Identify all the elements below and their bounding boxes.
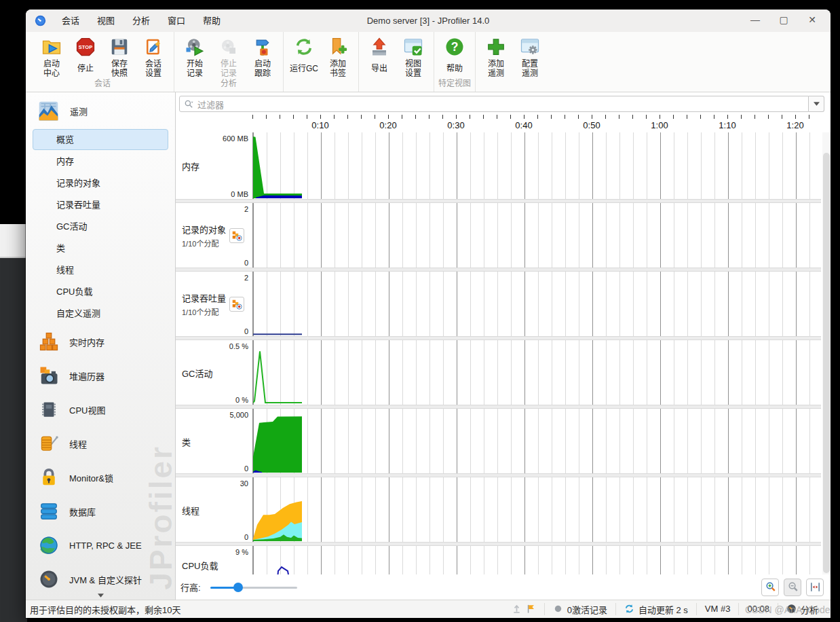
time-tick-label: 1:00 [651, 120, 668, 130]
sidebar-item-heap-walker[interactable]: 堆遍历器 [26, 359, 175, 392]
sidebar-item-databases[interactable]: 数据库 [26, 494, 175, 528]
telemetry-row-4[interactable]: GC活动0.5 %0 % [176, 340, 821, 405]
start-tracking-icon [252, 37, 273, 57]
add-bookmark-button[interactable]: 添加 书签 [322, 35, 354, 79]
auto-update-status[interactable]: 自动更新 2 s [615, 603, 696, 615]
series-gc-activity [253, 351, 302, 403]
sidebar-item-label: 实时内存 [69, 335, 104, 348]
sidebar-section-telemetries[interactable]: 遥测 [26, 92, 175, 128]
telemetry-row-6[interactable]: 线程300 [176, 477, 821, 542]
sidebar-item-live-memory[interactable]: 实时内存 [26, 325, 175, 359]
license-status-text: 用于评估目的的未授权副本，剩余10天 [30, 603, 180, 616]
jprofiler-logo-icon [35, 15, 46, 26]
start-recording-button[interactable]: 开始 记录 [178, 35, 211, 79]
sidebar-scroll-more-icon[interactable] [26, 593, 175, 598]
profiling-status[interactable]: 分析 [778, 603, 826, 615]
allocation-rate-button[interactable] [229, 297, 244, 312]
maximize-button[interactable]: ▢ [769, 10, 798, 32]
status-bar: 用于评估目的的未授权副本，剩余10天 0激活记录自动更新 2 sVM #300:… [26, 600, 831, 618]
telemetry-plot[interactable] [252, 272, 821, 336]
telemetry-row-label: 内存600 MB0 MB [176, 132, 252, 199]
menu-item-1[interactable]: 会话 [53, 10, 88, 32]
run-gc-button[interactable]: 运行GC [288, 35, 320, 79]
vertical-scrollbar[interactable] [822, 132, 831, 574]
vm-indicator[interactable]: VM #3 [696, 603, 739, 615]
help-button[interactable]: ?帮助 [438, 35, 471, 79]
sidebar-subitem-1[interactable]: 概览 [33, 129, 168, 150]
sidebar-item-threads[interactable]: 线程 [26, 426, 175, 460]
profiling-status-label: 分析 [801, 603, 818, 616]
telemetry-row-3[interactable]: 记录吞吐量1/10个分配20 [176, 272, 821, 336]
run-gc-icon [294, 37, 314, 57]
menu-item-2[interactable]: 视图 [88, 10, 123, 32]
filter-dropdown-button[interactable] [809, 96, 824, 112]
view-settings-button[interactable]: 视图 设置 [397, 35, 429, 79]
telemetry-row-2[interactable]: 记录的对象1/10个分配20 [176, 203, 821, 268]
sidebar-subitem-9[interactable]: 自定义遥测 [33, 303, 168, 324]
telemetry-row-1[interactable]: 内存600 MB0 MB [176, 132, 821, 199]
bookmark-buttons[interactable] [503, 603, 544, 615]
slider-thumb[interactable] [233, 583, 243, 592]
minimize-button[interactable]: — [741, 10, 769, 32]
scrollbar-thumb[interactable] [823, 153, 830, 573]
toolbar-group-label: 分析 [178, 79, 279, 90]
zoom-in-icon[interactable] [761, 579, 779, 596]
telemetry-plot[interactable] [252, 132, 821, 199]
save-snapshot-button[interactable]: 保存 快照 [103, 35, 136, 79]
y-axis-min-label: 0 [244, 259, 248, 267]
vm-indicator-label: VM #3 [705, 604, 731, 614]
start-tracking-button[interactable]: 启动 跟踪 [246, 35, 279, 79]
databases-icon [39, 501, 59, 522]
launch-center-button[interactable]: 启动 中心 [35, 35, 68, 79]
sidebar-item-jvm-custom-probes[interactable]: JVM & 自定义探针 [26, 562, 175, 596]
telemetry-plot[interactable] [252, 477, 821, 542]
telemetry-row-5[interactable]: 类5,0000 [176, 409, 821, 473]
sidebar-item-label: 线程 [69, 437, 87, 450]
telemetries-icon [37, 100, 60, 122]
fit-width-icon[interactable] [806, 579, 824, 596]
filter-placeholder: 过滤器 [197, 98, 224, 111]
zoom-out-icon[interactable] [784, 579, 801, 596]
add-telemetry-button[interactable]: 添加 遥测 [480, 35, 512, 79]
active-recordings-status-label: 0激活记录 [567, 603, 607, 616]
telemetry-sublabel: 1/10个分配 [182, 238, 226, 249]
row-height-slider[interactable] [210, 582, 297, 593]
stop-button[interactable]: STOP停止 [69, 35, 102, 79]
toolbar-button-label: 添加 书签 [330, 58, 346, 79]
telemetry-plot[interactable] [252, 409, 821, 473]
add-bookmark-icon [328, 37, 348, 57]
active-recordings-status[interactable]: 0激活记录 [544, 603, 615, 615]
close-button[interactable]: ✕ [798, 10, 826, 32]
sidebar-subitem-8[interactable]: CPU负载 [33, 281, 168, 302]
configure-telemetry-icon [520, 37, 540, 57]
y-axis-min-label: 0 % [235, 396, 248, 404]
filter-input[interactable]: 过滤器 [179, 96, 809, 112]
goto-bookmark-icon [512, 604, 522, 614]
sidebar-subitem-6[interactable]: 类 [33, 238, 168, 259]
allocation-rate-button[interactable] [229, 228, 244, 243]
telemetry-plot[interactable] [252, 546, 821, 574]
toolbar-group-label: 会话 [35, 79, 170, 90]
sidebar-item-http-rpc-jee[interactable]: HTTP, RPC & JEE [26, 528, 175, 562]
time-tick-label: 0:50 [583, 120, 600, 130]
sidebar-subitem-3[interactable]: 记录的对象 [33, 172, 168, 194]
sidebar-subitem-2[interactable]: 内存 [33, 151, 168, 172]
sidebar-item-monitors-locks[interactable]: Monitor&锁 [26, 460, 175, 494]
telemetry-name: 记录吞吐量 [182, 291, 226, 304]
toolbar-button-label: 帮助 [446, 58, 463, 79]
export-button[interactable]: 导出 [363, 35, 396, 79]
sidebar-subitem-7[interactable]: 线程 [33, 259, 168, 280]
menu-item-3[interactable]: 分析 [123, 10, 159, 32]
sidebar-item-cpu-views[interactable]: CPU视图 [26, 392, 175, 426]
sidebar-item-label: 堆遍历器 [69, 369, 104, 382]
telemetry-plot[interactable] [252, 203, 821, 268]
sidebar-item-label: JVM & 自定义探针 [69, 573, 142, 586]
configure-telemetry-button[interactable]: 配置 遥测 [514, 35, 546, 79]
sidebar-subitem-5[interactable]: GC活动 [33, 216, 168, 237]
telemetry-row-7[interactable]: CPU负载9 % [176, 546, 821, 574]
menu-item-5[interactable]: 帮助 [194, 10, 229, 32]
menu-item-4[interactable]: 窗口 [159, 10, 194, 32]
telemetry-plot[interactable] [252, 340, 821, 405]
sidebar-subitem-4[interactable]: 记录吞吐量 [33, 194, 168, 215]
session-settings-button[interactable]: 会话 设置 [137, 35, 170, 79]
